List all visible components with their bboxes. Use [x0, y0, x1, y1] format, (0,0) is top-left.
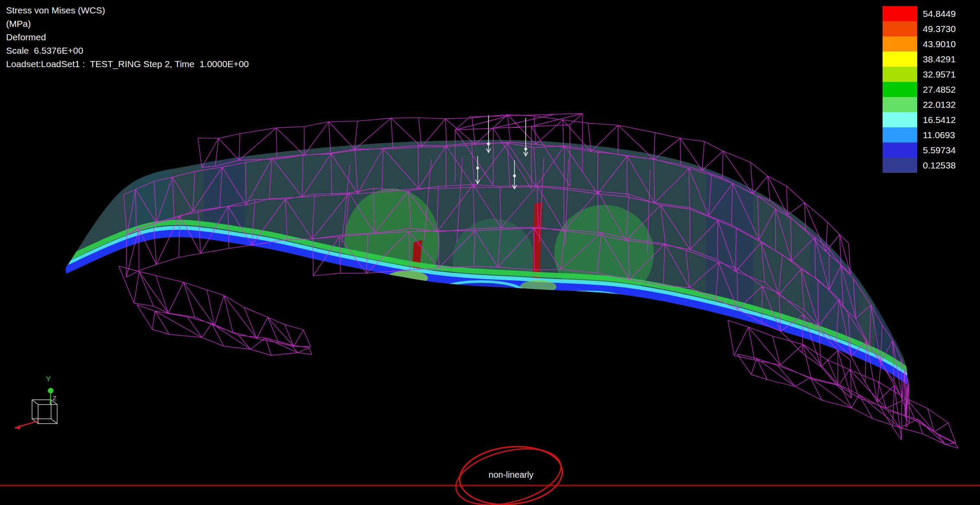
- triad-y-label: Y: [46, 375, 51, 384]
- bottom-baseline: [0, 485, 980, 486]
- y-axis: [50, 394, 51, 405]
- legend-entry: 32.9571: [883, 67, 956, 82]
- result-title: Stress von Mises (WCS): [6, 3, 249, 17]
- legend-color-swatch: [883, 21, 917, 36]
- legend-entry: 54.8449: [883, 6, 956, 21]
- load-point-marker: [487, 142, 490, 145]
- legend-entry: 0.12538: [883, 158, 956, 173]
- legend-value: 5.59734: [917, 145, 956, 155]
- legend-value: 16.5412: [917, 115, 956, 125]
- result-units: (MPa): [6, 17, 249, 30]
- legend-value: 27.4852: [917, 84, 956, 95]
- legend-color-swatch: [883, 158, 917, 173]
- fringe-panel: [130, 113, 171, 407]
- load-point-marker: [524, 148, 527, 150]
- fringe-yellowgreen-zone: [386, 271, 428, 285]
- legend-color-swatch: [883, 97, 917, 112]
- viewport-3d[interactable]: [0, 0, 980, 505]
- result-loadset: Loadset:LoadSet1 : TEST_RING Step 2, Tim…: [6, 57, 249, 71]
- csys-triad: [15, 388, 57, 430]
- fringe-surface: [66, 113, 908, 450]
- legend-entry: 16.5412: [883, 112, 956, 127]
- legend-entry: 49.3730: [883, 21, 956, 36]
- legend-value: 54.8449: [917, 9, 956, 19]
- triad-cube: [32, 400, 57, 424]
- legend-color-swatch: [883, 52, 917, 67]
- legend-value: 49.3730: [917, 24, 956, 34]
- fringe-green-zone: [453, 219, 535, 301]
- legend-value: 38.4291: [917, 54, 956, 65]
- legend-value: 0.12538: [917, 160, 956, 171]
- fringe-panel: [204, 113, 245, 407]
- legend-color-swatch: [883, 82, 917, 97]
- load-point-marker: [513, 175, 516, 177]
- legend-entry: 43.9010: [883, 36, 956, 52]
- legend-color-swatch: [883, 142, 917, 158]
- fringe-blue-pocket: [437, 282, 524, 304]
- legend-color-swatch: [883, 67, 917, 82]
- legend-entry: 5.59734: [883, 142, 956, 158]
- annotation-text: non-linearly: [488, 470, 533, 480]
- legend-color-swatch: [883, 112, 917, 127]
- result-header: Stress von Mises (WCS) (MPa) Deformed Sc…: [6, 3, 249, 71]
- legend-color-swatch: [883, 127, 917, 142]
- fringe-yellowgreen-zone: [520, 280, 556, 293]
- result-scale: Scale 6.5376E+00: [6, 44, 249, 57]
- legend-entry: 22.0132: [883, 97, 956, 112]
- legend-entry: 11.0693: [883, 127, 956, 142]
- fea-results-window: Stress von Mises (WCS) (MPa) Deformed Sc…: [0, 0, 980, 505]
- legend-entry: 38.4291: [883, 52, 956, 67]
- triad-z-label: Z: [53, 395, 56, 401]
- result-deformed-flag: Deformed: [6, 30, 249, 44]
- y-axis-ball: [48, 388, 54, 394]
- fringe-blue-pocket: [544, 292, 631, 314]
- fringe-legend: 54.8449 49.3730 43.9010 38.4291 32.9571 …: [883, 6, 956, 173]
- legend-color-swatch: [883, 36, 917, 52]
- legend-color-swatch: [883, 6, 917, 21]
- legend-value: 22.0132: [917, 100, 956, 110]
- load-point-marker: [476, 167, 479, 169]
- legend-value: 11.0693: [917, 130, 955, 140]
- legend-entry: 27.4852: [883, 82, 956, 97]
- legend-value: 43.9010: [917, 39, 956, 49]
- legend-value: 32.9571: [917, 69, 956, 80]
